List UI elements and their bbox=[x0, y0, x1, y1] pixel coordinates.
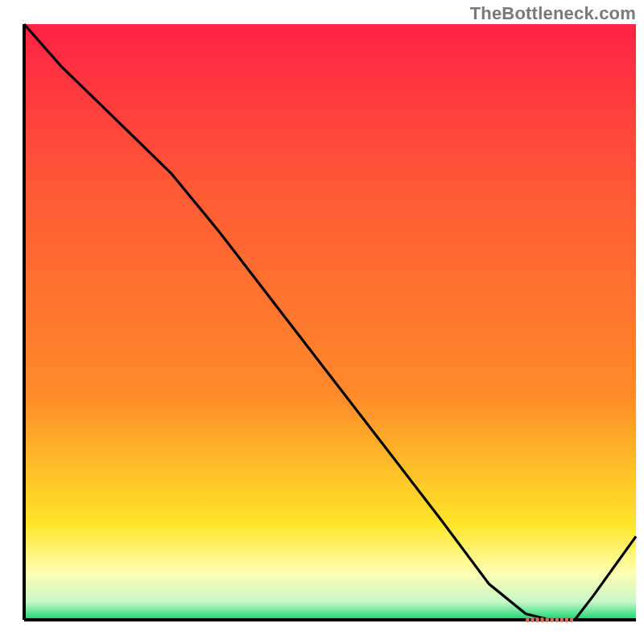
chart-container: TheBottleneck.com bbox=[0, 0, 644, 644]
svg-rect-7 bbox=[560, 617, 564, 622]
bottleneck-chart bbox=[0, 0, 644, 644]
gradient-background bbox=[24, 24, 636, 620]
svg-rect-2 bbox=[535, 617, 539, 622]
svg-rect-4 bbox=[546, 617, 549, 622]
svg-rect-3 bbox=[540, 617, 543, 622]
svg-rect-5 bbox=[551, 617, 554, 622]
svg-rect-6 bbox=[555, 617, 559, 622]
svg-rect-1 bbox=[530, 617, 534, 622]
svg-rect-8 bbox=[565, 617, 568, 622]
svg-rect-9 bbox=[570, 617, 573, 622]
svg-rect-0 bbox=[526, 617, 529, 622]
